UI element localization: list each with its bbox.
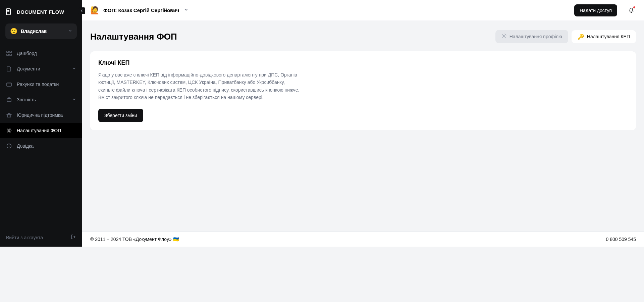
nav-help[interactable]: Довідка	[0, 138, 82, 154]
logout-button[interactable]: Вийти з аккаунта	[0, 228, 82, 247]
logo-text: DOCUMENT FLOW	[17, 9, 64, 15]
chevron-down-icon	[72, 66, 76, 71]
grant-access-button[interactable]: Надати доступ	[574, 4, 617, 16]
support-phone: 0 800 509 545	[606, 237, 636, 242]
nav-label: Довідка	[17, 143, 76, 149]
info-icon	[6, 143, 12, 149]
key-icon: 🔑	[578, 34, 584, 40]
kep-keys-card: Ключі КЕП Якщо у вас вже є ключі КЕП від…	[90, 51, 636, 130]
nav-settings-fop[interactable]: Налаштування ФОП	[0, 123, 82, 138]
save-button[interactable]: Зберегти зміни	[98, 109, 143, 122]
content: Налаштування ФОП Налаштування профілю 🔑 …	[82, 20, 644, 232]
svg-rect-9	[7, 99, 11, 102]
tab-profile-settings[interactable]: Налаштування профілю	[495, 30, 568, 43]
svg-point-18	[503, 35, 505, 37]
fop-avatar-emoji: 🙋	[90, 6, 99, 15]
fop-dropdown-button[interactable]	[184, 7, 189, 13]
notifications-button[interactable]	[627, 6, 636, 15]
gear-icon	[6, 128, 12, 134]
collapse-sidebar-button[interactable]	[78, 7, 85, 14]
copyright: © 2011 – 2024 ТОВ «Документ Флоу» 🇺🇦	[90, 237, 179, 242]
svg-point-17	[9, 145, 9, 145]
svg-rect-5	[7, 54, 8, 56]
nav-label: Рахунки та податки	[17, 82, 76, 87]
sidebar: DOCUMENT FLOW 🙂 Владислав Дашборд Докуме…	[0, 0, 82, 247]
grid-icon	[6, 50, 12, 56]
card-icon	[6, 81, 12, 87]
chevron-down-icon	[72, 97, 76, 102]
svg-rect-3	[7, 51, 8, 53]
svg-rect-6	[10, 54, 11, 56]
svg-point-14	[8, 130, 10, 132]
chevron-down-icon	[68, 28, 72, 34]
briefcase-icon	[6, 97, 12, 103]
nav-label: Дашборд	[17, 51, 76, 56]
nav: Дашборд Документи Рахунки та податки Зві…	[0, 46, 82, 228]
svg-rect-7	[7, 83, 11, 86]
nav-documents[interactable]: Документи	[0, 61, 82, 77]
nav-label: Налаштування ФОП	[17, 128, 76, 133]
gear-icon	[501, 33, 507, 40]
document-icon	[6, 66, 12, 72]
user-switcher[interactable]: 🙂 Владислав	[5, 23, 77, 39]
tab-label: Налаштування КЕП	[587, 34, 630, 39]
content-header: Налаштування ФОП Налаштування профілю 🔑 …	[90, 30, 636, 43]
nav-label: Звітність	[17, 97, 67, 102]
nav-accounts-taxes[interactable]: Рахунки та податки	[0, 77, 82, 92]
logout-icon	[71, 234, 76, 241]
topbar: 🙋 ФОП: Козак Сергій Сергійович Надати до…	[82, 0, 644, 20]
main: 🙋 ФОП: Козак Сергій Сергійович Надати до…	[82, 0, 644, 247]
bank-icon	[6, 112, 12, 118]
nav-label: Документи	[17, 66, 67, 71]
user-avatar-emoji: 🙂	[10, 28, 17, 35]
notification-dot	[633, 6, 635, 8]
card-description: Якщо у вас вже є ключі КЕП від інформаці…	[98, 71, 300, 101]
user-name: Владислав	[21, 29, 65, 34]
nav-reports[interactable]: Звітність	[0, 92, 82, 107]
nav-label: Юридична підтримка	[17, 112, 76, 118]
logo-icon	[5, 8, 13, 15]
chevron-left-icon	[80, 9, 84, 12]
fop-name: ФОП: Козак Сергій Сергійович	[103, 7, 179, 13]
logo[interactable]: DOCUMENT FLOW	[0, 0, 82, 23]
tab-label: Налаштування профілю	[509, 34, 562, 39]
page-title: Налаштування ФОП	[90, 32, 492, 42]
svg-rect-4	[10, 51, 11, 53]
card-title: Ключі КЕП	[98, 59, 628, 66]
tab-kep-settings[interactable]: 🔑 Налаштування КЕП	[572, 30, 636, 43]
nav-legal-support[interactable]: Юридична підтримка	[0, 107, 82, 123]
nav-dashboard[interactable]: Дашборд	[0, 46, 82, 61]
footer: © 2011 – 2024 ТОВ «Документ Флоу» 🇺🇦 0 8…	[82, 232, 644, 247]
logout-label: Вийти з аккаунта	[6, 235, 43, 240]
